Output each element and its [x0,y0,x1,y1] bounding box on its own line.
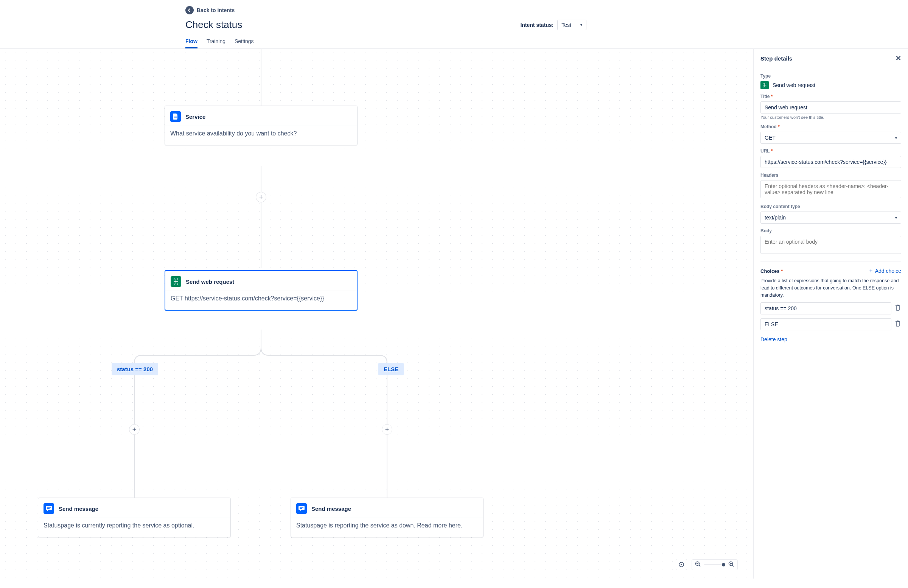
choices-description: Provide a list of expressions that going… [760,277,901,298]
svg-rect-2 [46,506,52,510]
svg-line-14 [732,565,734,566]
tab-training[interactable]: Training [206,38,225,48]
title-input[interactable] [760,101,901,113]
zoom-in-button[interactable] [728,561,734,568]
node-webreq-body: GET https://service-status.com/check?ser… [165,291,357,310]
message-icon [43,503,54,514]
choice-input-1[interactable] [760,302,891,314]
node-msg-down-body: Statuspage is reporting the service as d… [291,518,483,537]
headers-input[interactable] [760,180,901,198]
page-title: Check status [185,19,242,31]
url-input[interactable] [760,156,901,168]
tab-flow[interactable]: Flow [185,38,198,48]
plus-icon: ＋ [868,267,874,274]
add-choice-button[interactable]: ＋Add choice [868,267,901,274]
close-panel-button[interactable]: ✕ [895,54,901,63]
svg-rect-1 [174,117,177,118]
method-label: Method * [760,124,901,129]
body-type-label: Body content type [760,204,901,209]
back-to-intents-link[interactable]: Back to intents [185,6,235,14]
body-type-select[interactable]: text/plain ▾ [760,211,901,224]
svg-rect-5 [298,506,304,510]
tab-settings[interactable]: Settings [235,38,254,48]
web-request-icon [760,81,769,89]
method-value: GET [765,135,776,141]
svg-point-9 [681,564,682,565]
body-input[interactable] [760,236,901,254]
web-request-icon [171,276,181,287]
delete-step-button[interactable]: Delete step [760,337,787,342]
node-send-message-down[interactable]: Send message Statuspage is reporting the… [291,498,483,537]
document-icon [170,111,181,122]
choice-input-2[interactable] [760,318,891,330]
url-label: URL * [760,148,901,154]
node-service-body: What service availability do you want to… [165,126,357,145]
svg-rect-4 [47,508,50,509]
svg-rect-3 [47,507,51,508]
node-service[interactable]: Service What service availability do you… [164,106,357,145]
method-select[interactable]: GET ▾ [760,132,901,144]
body-label: Body [760,228,901,234]
node-web-request[interactable]: Send web request GET https://service-sta… [164,270,357,311]
add-step-button[interactable]: + [256,192,266,203]
svg-rect-7 [299,508,302,509]
node-send-message-up[interactable]: Send message Statuspage is currently rep… [38,498,231,537]
intent-status-select[interactable]: Test ▾ [557,20,586,30]
svg-line-11 [699,565,700,566]
svg-rect-0 [174,116,177,116]
choices-label: Choices * [760,268,783,274]
flow-canvas[interactable]: Service What service availability do you… [0,49,908,578]
svg-rect-6 [299,507,303,508]
delete-choice-1-button[interactable] [894,304,901,312]
delete-choice-2-button[interactable] [894,321,901,328]
intent-status-label: Intent status: [520,22,554,28]
type-value: Send web request [773,82,815,88]
zoom-out-button[interactable] [695,561,701,568]
node-msg-down-title: Send message [311,506,351,512]
body-type-value: text/plain [765,214,786,221]
chevron-down-icon: ▾ [895,216,897,220]
branch-label-else[interactable]: ELSE [378,363,404,375]
chevron-down-icon: ▾ [895,136,897,140]
zoom-control [692,559,738,570]
chevron-down-icon: ▾ [580,23,582,27]
back-arrow-icon [185,6,194,14]
add-step-left-button[interactable]: + [129,424,140,435]
node-service-title: Service [185,113,205,120]
message-icon [296,503,307,514]
node-msg-up-body: Statuspage is currently reporting the se… [38,518,230,537]
title-field-label: Title * [760,94,901,99]
divider [760,261,901,261]
step-details-panel: Step details ✕ Type Send web request Tit… [753,49,908,578]
panel-title: Step details [760,55,792,62]
canvas-toolbar [676,559,738,570]
center-view-button[interactable] [676,559,687,570]
headers-label: Headers [760,172,901,178]
node-msg-up-title: Send message [59,506,98,512]
node-webreq-title: Send web request [186,279,234,285]
title-help-text: Your customers won't see this title. [760,115,901,119]
branch-label-status-200[interactable]: status == 200 [112,363,158,375]
tabs: Flow Training Settings [0,38,908,49]
type-label: Type [760,73,901,79]
back-label: Back to intents [197,7,235,13]
zoom-slider[interactable] [704,564,725,565]
intent-status-value: Test [562,22,571,28]
add-step-right-button[interactable]: + [382,424,392,435]
